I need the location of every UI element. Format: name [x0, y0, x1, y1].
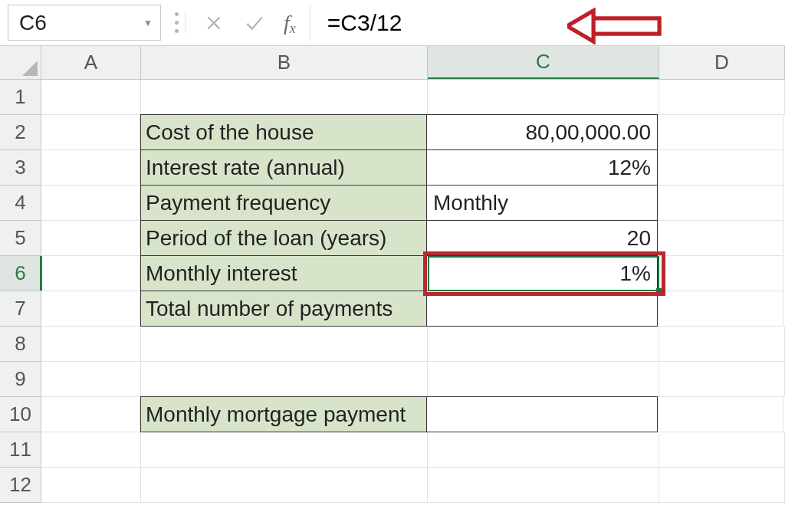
cell-C9[interactable]	[428, 362, 659, 397]
cell-B12[interactable]	[141, 468, 428, 503]
cancel-icon[interactable]	[204, 13, 224, 33]
cell-D7[interactable]	[658, 291, 783, 327]
drag-handle-icon[interactable]	[175, 12, 186, 33]
insert-function-icon[interactable]: fx	[284, 11, 296, 35]
cells-area: Cost of the house 80,00,000.00 Interest …	[41, 80, 785, 503]
name-box[interactable]: C6 ▼	[8, 5, 161, 41]
cell-C11[interactable]	[428, 432, 659, 468]
col-header-D[interactable]: D	[659, 46, 785, 79]
row-header-9[interactable]: 9	[0, 362, 41, 397]
cell-A8[interactable]	[41, 327, 141, 362]
separator	[310, 5, 310, 41]
row-header-12[interactable]: 12	[0, 468, 41, 503]
row-header-11[interactable]: 11	[0, 432, 41, 468]
cell-B3[interactable]: Interest rate (annual)	[140, 149, 427, 186]
row-header-7[interactable]: 7	[0, 291, 41, 327]
svg-marker-3	[567, 11, 593, 41]
cell-D4[interactable]	[658, 186, 783, 221]
cell-C10[interactable]	[426, 396, 658, 432]
cell-D11[interactable]	[659, 432, 785, 468]
cell-D1[interactable]	[659, 80, 785, 115]
cell-A4[interactable]	[41, 186, 141, 221]
column-headers: A B C D	[41, 46, 785, 80]
svg-rect-2	[593, 18, 659, 34]
formula-bar-controls: fx	[172, 5, 299, 41]
col-header-B[interactable]: B	[141, 46, 428, 79]
cell-B10[interactable]: Monthly mortgage payment	[140, 396, 427, 432]
cell-C2[interactable]: 80,00,000.00	[426, 114, 658, 150]
cell-D5[interactable]	[658, 221, 783, 256]
row-header-8[interactable]: 8	[0, 327, 41, 362]
cell-B9[interactable]	[141, 362, 428, 397]
enter-check-icon[interactable]	[242, 13, 265, 33]
formula-bar: C6 ▼ fx	[0, 0, 785, 46]
cell-B7[interactable]: Total number of payments	[140, 291, 427, 327]
col-header-C[interactable]: C	[428, 46, 659, 79]
cell-B6[interactable]: Monthly interest	[140, 255, 427, 291]
cell-D10[interactable]	[658, 397, 783, 432]
cell-C8[interactable]	[428, 327, 659, 362]
cell-A11[interactable]	[41, 432, 141, 468]
cell-C6[interactable]: 1%	[426, 255, 658, 291]
name-box-value: C6	[19, 11, 47, 35]
row-header-10[interactable]: 10	[0, 397, 41, 432]
select-all-corner[interactable]	[0, 46, 41, 80]
cell-A1[interactable]	[41, 80, 141, 115]
cell-A6[interactable]	[41, 256, 141, 291]
cell-D8[interactable]	[659, 327, 785, 362]
cell-D9[interactable]	[659, 362, 785, 397]
cell-A3[interactable]	[41, 150, 141, 186]
cell-C7[interactable]	[426, 291, 658, 327]
row-header-2[interactable]: 2	[0, 115, 41, 150]
row-header-1[interactable]: 1	[0, 80, 41, 115]
row-header-6[interactable]: 6	[0, 256, 41, 291]
cell-A10[interactable]	[41, 397, 141, 432]
cell-C5[interactable]: 20	[426, 220, 658, 256]
cell-A7[interactable]	[41, 291, 141, 327]
row-header-4[interactable]: 4	[0, 186, 41, 221]
col-header-A[interactable]: A	[41, 46, 141, 79]
cell-B11[interactable]	[141, 432, 428, 468]
cell-A12[interactable]	[41, 468, 141, 503]
cell-B8[interactable]	[141, 327, 428, 362]
cell-B5[interactable]: Period of the loan (years)	[140, 220, 427, 256]
cell-A2[interactable]	[41, 115, 141, 150]
cell-C1[interactable]	[428, 80, 659, 115]
cell-D3[interactable]	[658, 150, 783, 186]
dropdown-icon[interactable]: ▼	[143, 18, 153, 28]
cell-A9[interactable]	[41, 362, 141, 397]
cell-B1[interactable]	[141, 80, 428, 115]
row-header-3[interactable]: 3	[0, 150, 41, 186]
cell-D12[interactable]	[659, 468, 785, 503]
annotation-arrow-icon	[567, 8, 667, 44]
row-header-5[interactable]: 5	[0, 221, 41, 256]
cell-C3[interactable]: 12%	[426, 149, 658, 186]
formula-input[interactable]	[321, 5, 777, 41]
cell-B4[interactable]: Payment frequency	[140, 185, 427, 221]
spreadsheet-grid: A B C D 1 2 3 4 5 6 7 8 9 10 11 12 Cost …	[0, 46, 785, 532]
cell-A5[interactable]	[41, 221, 141, 256]
cell-B2[interactable]: Cost of the house	[140, 114, 427, 150]
cell-D2[interactable]	[658, 115, 783, 150]
cell-D6[interactable]	[658, 256, 783, 291]
row-headers: 1 2 3 4 5 6 7 8 9 10 11 12	[0, 80, 41, 503]
cell-C12[interactable]	[428, 468, 659, 503]
cell-C4[interactable]: Monthly	[426, 185, 658, 221]
